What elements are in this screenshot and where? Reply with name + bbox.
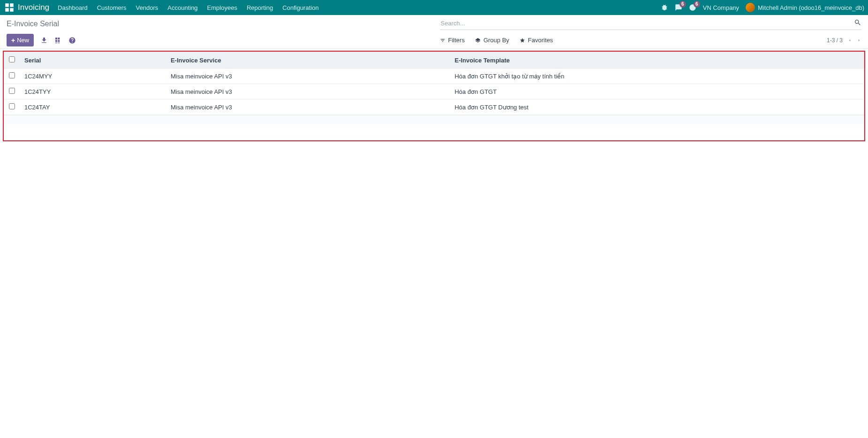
row-checkbox[interactable] — [9, 88, 15, 94]
top-navbar: Invoicing Dashboard Customers Vendors Ac… — [0, 0, 868, 15]
cell-template: Hóa đơn GTGT khởi tạo từ máy tính tiền — [450, 69, 864, 84]
grid-view-button[interactable] — [54, 37, 62, 44]
plus-icon: + — [11, 37, 15, 44]
menu-accounting[interactable]: Accounting — [167, 4, 197, 11]
main-menu: Dashboard Customers Vendors Accounting E… — [58, 4, 661, 11]
records-table: Serial E-Invoice Service E-Invoice Templ… — [4, 52, 864, 115]
app-brand[interactable]: Invoicing — [18, 3, 49, 12]
cell-serial: 1C24MYY — [20, 69, 166, 84]
table-row[interactable]: 1C24TAY Misa meinvoice API v3 Hóa đơn GT… — [4, 100, 864, 115]
records-table-highlight: Serial E-Invoice Service E-Invoice Templ… — [3, 51, 865, 141]
avatar-icon — [746, 3, 755, 12]
apps-icon[interactable] — [5, 3, 14, 12]
search-input[interactable] — [440, 18, 854, 29]
table-footer-strip — [4, 115, 864, 124]
table-header-row: Serial E-Invoice Service E-Invoice Templ… — [4, 52, 864, 69]
menu-reporting[interactable]: Reporting — [247, 4, 273, 11]
layers-icon — [475, 38, 481, 43]
th-service[interactable]: E-Invoice Service — [166, 52, 450, 69]
user-name: Mitchell Admin (odoo16_meinvoice_db) — [758, 4, 864, 11]
select-all-checkbox[interactable] — [9, 56, 15, 62]
filter-bar: Filters Group By Favorites 1-3 / 3 — [440, 37, 862, 44]
action-buttons: + New — [7, 34, 429, 46]
activities-icon[interactable]: 6 — [689, 4, 696, 11]
page-title: E-Invoice Serial — [7, 20, 429, 28]
pager: 1-3 / 3 — [827, 37, 861, 44]
cell-serial: 1C24TYY — [20, 84, 166, 100]
filters-button[interactable]: Filters — [440, 37, 465, 44]
user-menu[interactable]: Mitchell Admin (odoo16_meinvoice_db) — [746, 3, 864, 12]
messages-badge: 6 — [679, 1, 686, 8]
menu-employees[interactable]: Employees — [207, 4, 237, 11]
filter-icon — [440, 38, 445, 43]
cell-template: Hóa đơn GTGT Dương test — [450, 100, 864, 115]
navbar-right: 6 6 VN Company Mitchell Admin (odoo16_me… — [661, 3, 864, 12]
star-icon — [520, 38, 525, 43]
company-selector[interactable]: VN Company — [703, 4, 739, 11]
export-button[interactable] — [40, 37, 48, 44]
control-panel: E-Invoice Serial + New Filters — [0, 15, 868, 49]
svg-rect-2 — [5, 8, 9, 12]
cell-template: Hóa đơn GTGT — [450, 84, 864, 100]
table-row[interactable]: 1C24MYY Misa meinvoice API v3 Hóa đơn GT… — [4, 69, 864, 84]
new-button[interactable]: + New — [7, 34, 34, 46]
svg-rect-3 — [10, 8, 14, 12]
help-button[interactable] — [68, 37, 76, 44]
search-bar — [440, 18, 862, 30]
new-button-label: New — [17, 37, 29, 44]
cell-service: Misa meinvoice API v3 — [166, 100, 450, 115]
pager-text: 1-3 / 3 — [827, 37, 843, 44]
cell-service: Misa meinvoice API v3 — [166, 84, 450, 100]
cell-service: Misa meinvoice API v3 — [166, 69, 450, 84]
messages-icon[interactable]: 6 — [675, 4, 682, 11]
th-template[interactable]: E-Invoice Template — [450, 52, 864, 69]
filters-label: Filters — [448, 37, 465, 44]
svg-rect-1 — [10, 3, 14, 7]
groupby-button[interactable]: Group By — [475, 37, 509, 44]
menu-vendors[interactable]: Vendors — [136, 4, 159, 11]
activities-badge: 6 — [694, 1, 700, 8]
bug-icon[interactable] — [661, 4, 668, 11]
svg-rect-0 — [5, 3, 9, 7]
pager-prev[interactable] — [847, 37, 852, 44]
table-row[interactable]: 1C24TYY Misa meinvoice API v3 Hóa đơn GT… — [4, 84, 864, 100]
favorites-button[interactable]: Favorites — [520, 37, 553, 44]
th-serial[interactable]: Serial — [20, 52, 166, 69]
row-checkbox[interactable] — [9, 72, 15, 78]
groupby-label: Group By — [483, 37, 509, 44]
pager-next[interactable] — [857, 37, 861, 44]
menu-configuration[interactable]: Configuration — [282, 4, 318, 11]
search-icon[interactable] — [854, 19, 861, 28]
row-checkbox[interactable] — [9, 103, 15, 109]
menu-dashboard[interactable]: Dashboard — [58, 4, 88, 11]
menu-customers[interactable]: Customers — [97, 4, 127, 11]
cell-serial: 1C24TAY — [20, 100, 166, 115]
favorites-label: Favorites — [528, 37, 553, 44]
